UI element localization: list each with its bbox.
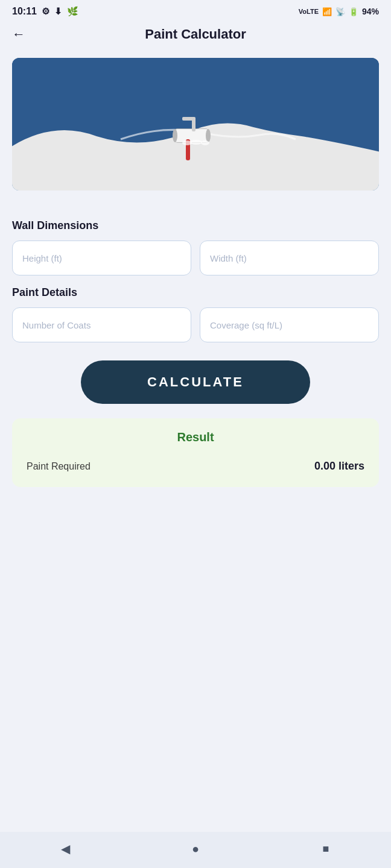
svg-point-11: [201, 140, 209, 145]
calculate-button[interactable]: CALCULATE: [81, 360, 310, 404]
wifi-icon: 📶: [322, 7, 332, 16]
paint-inputs: [12, 307, 379, 342]
result-row: Paint Required 0.00 liters: [27, 454, 364, 473]
result-title: Result: [27, 430, 364, 444]
coats-input[interactable]: [12, 307, 191, 342]
bottom-nav: ◀ ● ■: [0, 832, 391, 868]
status-bar: 10:11 ⚙ ⬇ 🌿 VoLTE 📶 📡 🔋 94%: [0, 0, 391, 20]
download-icon: ⬇: [54, 6, 62, 17]
svg-point-10: [190, 140, 202, 145]
time-display: 10:11: [12, 6, 37, 17]
width-input[interactable]: [200, 241, 379, 275]
svg-point-8: [206, 129, 211, 142]
nav-home-button[interactable]: ●: [185, 838, 206, 860]
battery-percent: 94%: [362, 7, 379, 16]
top-bar: ← Paint Calculator: [0, 20, 391, 52]
wall-dimensions-title: Wall Dimensions: [12, 219, 379, 232]
status-time: 10:11 ⚙ ⬇ 🌿: [12, 6, 78, 17]
svg-point-7: [173, 129, 177, 142]
leaf-icon: 🌿: [67, 6, 78, 17]
back-button[interactable]: ←: [12, 27, 25, 42]
paint-required-value: 0.00 liters: [314, 460, 364, 473]
hero-image: [12, 58, 379, 190]
svg-rect-3: [175, 129, 208, 142]
dimensions-inputs: [12, 241, 379, 275]
nav-back-button[interactable]: ◀: [54, 838, 76, 860]
height-input[interactable]: [12, 241, 191, 275]
result-box: Result Paint Required 0.00 liters: [12, 418, 379, 487]
settings-icon: ⚙: [42, 6, 49, 17]
nav-recents-button[interactable]: ■: [315, 838, 337, 860]
status-right: VoLTE 📶 📡 🔋 94%: [299, 7, 379, 16]
page-title: Paint Calculator: [145, 27, 246, 42]
svg-rect-5: [182, 117, 196, 121]
paint-required-label: Paint Required: [27, 461, 91, 472]
paint-details-title: Paint Details: [12, 286, 379, 299]
paint-roller-illustration: [12, 58, 379, 190]
main-content: Wall Dimensions Paint Details CALCULATE …: [0, 203, 391, 832]
battery-icon: 🔋: [349, 7, 358, 16]
signal-icon: 📡: [335, 7, 345, 16]
coverage-input[interactable]: [200, 307, 379, 342]
volte-icon: VoLTE: [299, 8, 319, 15]
